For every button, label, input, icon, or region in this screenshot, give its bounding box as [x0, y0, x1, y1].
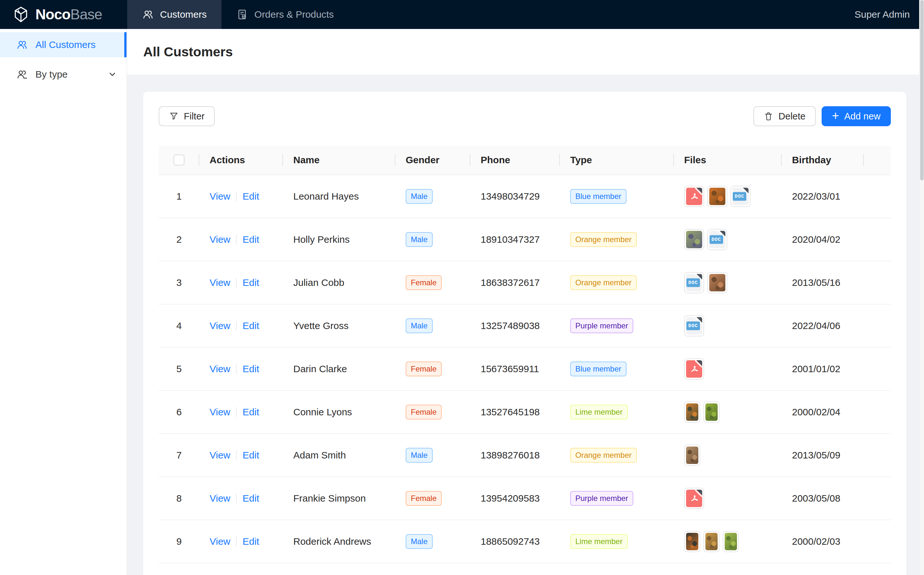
column-header-type[interactable]: Type: [560, 146, 674, 175]
edit-link[interactable]: Edit: [243, 277, 259, 288]
row-index-cell: 1: [159, 191, 199, 202]
top-header: NocoBase Customers Orders & Products Sup…: [0, 0, 924, 29]
gender-tag: Male: [406, 189, 433, 204]
view-link[interactable]: View: [210, 407, 230, 418]
logo[interactable]: NocoBase: [0, 6, 127, 23]
gender-tag: Female: [406, 405, 442, 419]
row-birthday-cell: 2003/05/08: [782, 493, 864, 504]
row-files-cell: [674, 358, 782, 380]
tab-orders-products[interactable]: Orders & Products: [222, 0, 349, 29]
column-header-name[interactable]: Name: [283, 146, 395, 175]
sidebar-item-by-type[interactable]: By type: [0, 62, 127, 87]
action-divider: [236, 235, 237, 245]
row-name-cell: Adam Smith: [283, 450, 395, 461]
delete-button[interactable]: Delete: [753, 106, 816, 126]
pdf-file-icon[interactable]: [684, 186, 704, 207]
image-thumbnail[interactable]: [707, 272, 727, 293]
tab-customers[interactable]: Customers: [127, 0, 222, 29]
row-files-cell: DOC: [674, 315, 782, 337]
doc-file-icon[interactable]: DOC: [684, 272, 704, 293]
scrollbar-thumb[interactable]: [920, 0, 924, 180]
table-row: 1 View Edit Leonard Hayes Male 134980347…: [159, 175, 891, 218]
row-birthday-cell: 2001/01/02: [782, 364, 864, 375]
pdf-file-icon[interactable]: [684, 488, 704, 509]
view-link[interactable]: View: [210, 234, 230, 245]
column-header-birthday[interactable]: Birthday: [782, 146, 864, 175]
column-header-actions[interactable]: Actions: [199, 146, 283, 175]
table-card: Filter Delete + Add new: [143, 92, 906, 575]
table-row: 3 View Edit Julian Cobb Female 186383726…: [159, 261, 891, 305]
view-link[interactable]: View: [210, 364, 230, 375]
view-link[interactable]: View: [210, 536, 230, 547]
row-index-cell: 7: [159, 450, 199, 461]
logo-text: NocoBase: [35, 6, 102, 23]
page-title: All Customers: [143, 44, 233, 60]
doc-badge: DOC: [686, 322, 700, 330]
view-link[interactable]: View: [210, 277, 230, 288]
row-phone-cell: 13954209583: [470, 493, 560, 504]
action-divider: [236, 537, 237, 546]
image-thumbnail[interactable]: [723, 531, 739, 552]
edit-link[interactable]: Edit: [243, 536, 259, 547]
edit-link[interactable]: Edit: [243, 234, 259, 245]
filter-button[interactable]: Filter: [159, 106, 215, 126]
image-thumbnail[interactable]: [703, 402, 719, 423]
row-actions-cell: View Edit: [199, 450, 283, 461]
vertical-scrollbar[interactable]: [919, 0, 924, 575]
edit-link[interactable]: Edit: [243, 450, 259, 461]
select-all-checkbox[interactable]: [173, 154, 184, 165]
toolbar-right: Delete + Add new: [753, 106, 891, 126]
doc-file-icon[interactable]: DOC: [707, 229, 727, 250]
image-thumbnail[interactable]: [684, 229, 704, 250]
action-divider: [236, 278, 237, 288]
filter-icon: [169, 111, 179, 121]
gender-tag: Male: [406, 318, 433, 333]
content-area: Filter Delete + Add new: [127, 75, 924, 575]
column-header-files[interactable]: Files: [674, 146, 782, 175]
add-new-button[interactable]: + Add new: [822, 106, 891, 126]
row-index-cell: 9: [159, 536, 199, 547]
type-tag: Orange member: [570, 448, 637, 463]
view-link[interactable]: View: [210, 450, 230, 461]
type-tag: Lime member: [570, 534, 628, 549]
type-tag: Orange member: [570, 275, 637, 290]
doc-badge: DOC: [686, 278, 700, 287]
row-files-cell: [674, 488, 782, 509]
table-row: 4 View Edit Yvette Gross Male 1325748903…: [159, 305, 891, 348]
edit-link[interactable]: Edit: [243, 320, 259, 331]
doc-file-icon[interactable]: DOC: [730, 186, 751, 207]
edit-link[interactable]: Edit: [243, 191, 259, 202]
view-link[interactable]: View: [210, 320, 230, 331]
image-thumbnail[interactable]: [684, 402, 700, 423]
row-files-cell: [674, 402, 782, 423]
image-thumbnail[interactable]: [684, 445, 700, 466]
row-index-cell: 3: [159, 277, 199, 288]
pdf-file-icon[interactable]: [684, 358, 704, 380]
image-thumbnail[interactable]: [703, 531, 719, 552]
image-thumbnail[interactable]: [684, 531, 700, 552]
row-phone-cell: 13527645198: [470, 407, 560, 418]
edit-link[interactable]: Edit: [243, 493, 259, 504]
row-name-cell: Connie Lyons: [283, 407, 395, 418]
table-header-row: Actions Name Gender Phone Type Files Bir…: [159, 146, 891, 175]
view-link[interactable]: View: [210, 191, 230, 202]
edit-link[interactable]: Edit: [243, 407, 259, 418]
column-header-gender[interactable]: Gender: [395, 146, 470, 175]
user-menu[interactable]: Super Admin: [854, 9, 924, 20]
image-thumbnail[interactable]: [707, 186, 727, 207]
edit-link[interactable]: Edit: [243, 364, 259, 375]
column-header-phone[interactable]: Phone: [470, 146, 560, 175]
sidebar-item-all-customers[interactable]: All Customers: [0, 32, 127, 57]
table-row: 2 View Edit Holly Perkins Male 189103473…: [159, 218, 891, 261]
row-name-cell: Leonard Hayes: [283, 191, 395, 202]
sidebar-item-label: By type: [35, 69, 68, 80]
view-link[interactable]: View: [210, 493, 230, 504]
team-icon: [142, 9, 154, 20]
select-all-cell: [159, 146, 199, 175]
row-name-cell: Holly Perkins: [283, 234, 395, 245]
row-birthday-cell: 2022/03/01: [782, 191, 864, 202]
doc-file-icon[interactable]: DOC: [684, 315, 704, 337]
row-actions-cell: View Edit: [199, 234, 283, 245]
sidebar-item-label: All Customers: [35, 39, 95, 50]
row-type-cell: Orange member: [560, 232, 674, 247]
